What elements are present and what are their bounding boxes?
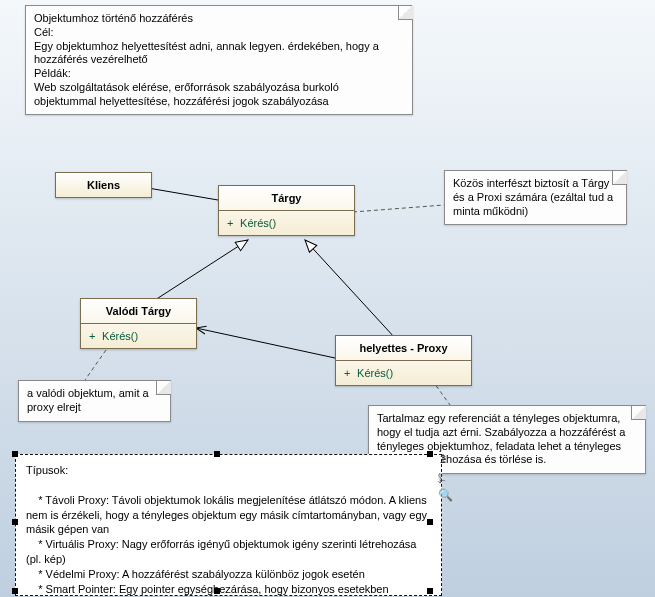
class-operation: + Kérés() [219, 211, 354, 235]
selection-handle[interactable] [12, 588, 18, 594]
svg-line-3 [196, 328, 335, 358]
svg-line-0 [148, 188, 218, 200]
svg-line-5 [85, 350, 106, 380]
class-proxy[interactable]: helyettes - Proxy + Kérés() [335, 335, 472, 386]
selection-handle[interactable] [427, 588, 433, 594]
note-realobj: a valódi objektum, amit a proxy elrejt [18, 380, 171, 422]
svg-line-2 [305, 240, 395, 338]
selection-handle[interactable] [12, 451, 18, 457]
selection-toolbar: ↥ ⍼ 🔍 [438, 452, 453, 502]
note-interface: Közös interfészt biztosít a Tárgy és a P… [444, 170, 627, 225]
link-icon[interactable]: ⍼ [438, 470, 453, 484]
magnifier-icon[interactable]: 🔍 [438, 488, 453, 502]
svg-line-4 [353, 205, 444, 212]
class-title: Kliens [56, 173, 151, 197]
arrow-up-icon[interactable]: ↥ [438, 452, 453, 466]
class-valodi-targy[interactable]: Valódi Tárgy + Kérés() [80, 298, 197, 349]
class-title: Tárgy [219, 186, 354, 211]
selection-handle[interactable] [12, 519, 18, 525]
class-targy[interactable]: Tárgy + Kérés() [218, 185, 355, 236]
selection-handle[interactable] [214, 588, 220, 594]
note-main: Objektumhoz történő hozzáférés Cél: Egy … [25, 5, 413, 115]
class-title: helyettes - Proxy [336, 336, 471, 361]
selection-handle[interactable] [427, 451, 433, 457]
selection-handle[interactable] [214, 451, 220, 457]
class-kliens[interactable]: Kliens [55, 172, 152, 198]
selection-handle[interactable] [427, 519, 433, 525]
class-operation: + Kérés() [336, 361, 471, 385]
class-operation: + Kérés() [81, 324, 196, 348]
svg-line-1 [155, 240, 248, 300]
class-title: Valódi Tárgy [81, 299, 196, 324]
note-types-selected[interactable]: Típusok: * Távoli Proxy: Távoli objektum… [15, 454, 442, 596]
